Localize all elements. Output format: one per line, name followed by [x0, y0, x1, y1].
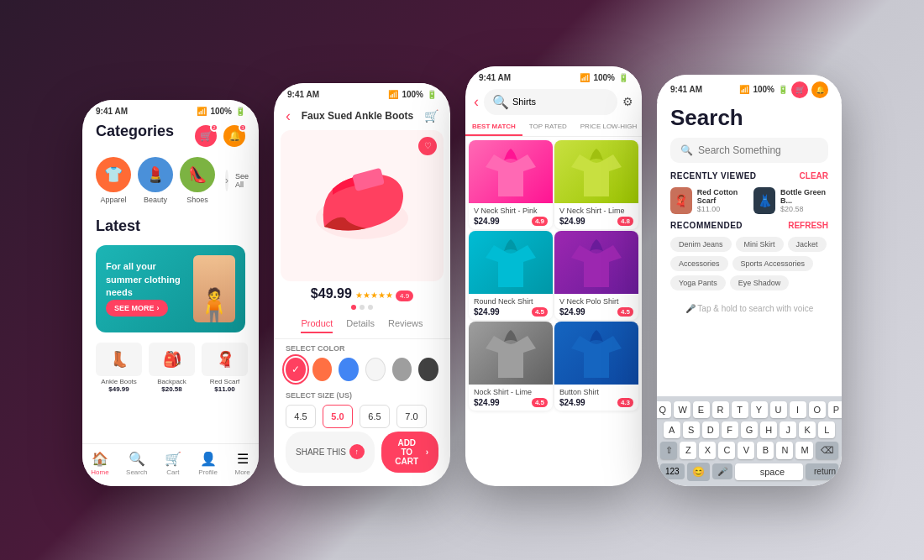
recently-viewed-label: RECENTLY VIEWED [670, 171, 757, 181]
color-orange[interactable] [312, 358, 333, 381]
category-apparel[interactable]: 👕 Apparel [96, 157, 131, 204]
key-m[interactable]: M [795, 442, 813, 459]
wishlist-button[interactable]: ♡ [418, 137, 437, 155]
add-to-cart-button[interactable]: ADD TO CART › [381, 432, 438, 473]
share-button[interactable]: SHARE THIS ↑ [286, 432, 375, 473]
key-c[interactable]: C [718, 442, 735, 459]
nav-search[interactable]: 🔍 Search [126, 451, 147, 476]
recent-item-bottle[interactable]: 👗 Bottle Green B... $20.58 [753, 187, 828, 214]
key-x[interactable]: X [699, 442, 716, 459]
tag-sports-accessories[interactable]: Sports Accessories [732, 256, 814, 271]
key-l[interactable]: L [818, 421, 835, 438]
nav-more[interactable]: ☰ More [235, 451, 250, 476]
color-dark[interactable] [418, 358, 438, 381]
key-o[interactable]: O [809, 401, 826, 418]
see-more-button[interactable]: SEE MORE › [106, 300, 168, 317]
product-card-1[interactable]: V Neck Shirt - Lime $24.99 4.8 [554, 140, 638, 229]
cart-icon[interactable]: 🛒 [424, 109, 438, 123]
product-red-scarf[interactable]: 🧣 Red Scarf $11.00 [202, 343, 248, 393]
key-w[interactable]: W [674, 401, 690, 418]
back-button[interactable]: ‹ [286, 107, 291, 125]
key-k[interactable]: K [799, 421, 816, 438]
cart-top-badge[interactable]: 🛒 [791, 81, 808, 98]
key-return[interactable]: return [806, 463, 838, 479]
tag-accessories[interactable]: Accessories [670, 256, 728, 271]
cart-badge[interactable]: 🛒 2 [195, 125, 217, 147]
tab-details[interactable]: Details [346, 318, 375, 333]
key-d[interactable]: D [702, 421, 719, 438]
key-j[interactable]: J [780, 421, 796, 438]
product-card-4[interactable]: Nock Shirt - Lime $24.99 4.5 [469, 322, 553, 411]
search-input-main[interactable] [698, 144, 818, 156]
key-space[interactable]: space [735, 463, 803, 480]
recent-item-scarf[interactable]: 🧣 Red Cotton Scarf $11.00 [670, 187, 747, 214]
clear-button[interactable]: CLEAR [800, 171, 828, 181]
products-grid: V Neck Shirt - Pink $24.99 4.9 V Neck Sh… [465, 137, 642, 414]
key-g[interactable]: G [741, 421, 759, 438]
shoes-icon: 👠 [180, 157, 215, 192]
category-shoes[interactable]: 👠 Shoes [180, 157, 215, 204]
key-q[interactable]: Q [657, 401, 671, 418]
key-f[interactable]: F [722, 421, 738, 438]
filter-icon[interactable]: ⚙ [622, 95, 633, 108]
color-red[interactable]: ✓ [286, 358, 306, 381]
search-bar[interactable]: 🔍 [484, 89, 617, 115]
nav-profile[interactable]: 👤 Profile [198, 451, 218, 476]
product-backpack[interactable]: 🎒 Backpack $20.58 [149, 343, 195, 393]
nav-cart[interactable]: 🛒 Cart [165, 451, 181, 476]
refresh-button[interactable]: REFRESH [788, 221, 828, 230]
key-numbers[interactable]: 123 [660, 463, 685, 479]
product-card-3[interactable]: V Neck Polo Shirt $24.99 4.5 [554, 231, 638, 320]
status-bar-1: 9:41 AM 📶 100% 🔋 [82, 100, 259, 119]
filter-top-rated[interactable]: TOP RATED [522, 118, 574, 136]
phone-categories: 9:41 AM 📶 100% 🔋 Categories 🛒 2 🔔 3 👕 Ap… [82, 100, 259, 486]
tab-reviews[interactable]: Reviews [388, 318, 423, 333]
notif-top-badge[interactable]: 🔔 [811, 81, 828, 98]
notification-badge[interactable]: 🔔 3 [223, 125, 245, 147]
product-card-5[interactable]: Button Shirt $24.99 4.3 [554, 322, 638, 411]
tag-jacket[interactable]: Jacket [788, 237, 827, 252]
color-blue[interactable] [339, 358, 359, 381]
status-bar-2: 9:41 AM 📶 100% 🔋 [274, 83, 450, 102]
key-p[interactable]: P [828, 401, 843, 418]
color-gray[interactable] [392, 358, 412, 381]
see-all-button[interactable]: › [225, 170, 228, 191]
key-n[interactable]: N [776, 442, 793, 459]
key-u[interactable]: U [770, 401, 787, 418]
product-card-0[interactable]: V Neck Shirt - Pink $24.99 4.9 [469, 140, 553, 229]
search-input[interactable] [512, 97, 609, 107]
shirt-gray-image [469, 322, 553, 385]
key-e[interactable]: E [693, 401, 710, 418]
nav-home[interactable]: 🏠 Home [91, 451, 108, 476]
key-t[interactable]: T [732, 401, 748, 418]
key-b[interactable]: B [757, 442, 774, 459]
tab-product[interactable]: Product [301, 318, 333, 333]
key-backspace[interactable]: ⌫ [816, 442, 838, 459]
key-shift[interactable]: ⇧ [660, 442, 677, 459]
key-a[interactable]: A [664, 421, 680, 438]
key-h[interactable]: H [760, 421, 777, 438]
tag-yoga-pants[interactable]: Yoga Pants [670, 275, 726, 290]
key-v[interactable]: V [738, 442, 754, 459]
key-y[interactable]: Y [751, 401, 768, 418]
tag-eye-shadow[interactable]: Eye Shadow [730, 275, 790, 290]
key-mic[interactable]: 🎤 [712, 463, 732, 479]
search-input-bar[interactable]: 🔍 [670, 138, 828, 163]
color-white[interactable] [365, 358, 386, 381]
key-z[interactable]: Z [680, 442, 696, 459]
tag-denim-jeans[interactable]: Denim Jeans [670, 237, 732, 252]
category-beauty[interactable]: 💄 Beauty [138, 157, 173, 204]
tag-mini-skirt[interactable]: Mini Skirt [736, 237, 784, 252]
back-button-search[interactable]: ‹ [474, 93, 479, 111]
key-emoji[interactable]: 😊 [687, 463, 710, 481]
phone1-header: Categories 🛒 2 🔔 3 [82, 119, 259, 157]
key-i[interactable]: I [790, 401, 806, 418]
filter-best-match[interactable]: BEST MATCH [465, 118, 522, 136]
phone1-content: 👕 Apparel 💄 Beauty 👠 Shoes › See All Lat… [82, 157, 259, 393]
key-r[interactable]: R [712, 401, 729, 418]
product-actions: SHARE THIS ↑ ADD TO CART › [274, 425, 450, 479]
filter-price-low[interactable]: PRICE LOW-HIGH [574, 118, 642, 136]
product-card-2[interactable]: Round Neck Shirt $24.99 4.5 [469, 231, 553, 320]
product-ankle-boots[interactable]: 👢 Ankle Boots $49.99 [96, 343, 142, 393]
key-s[interactable]: S [683, 421, 700, 438]
